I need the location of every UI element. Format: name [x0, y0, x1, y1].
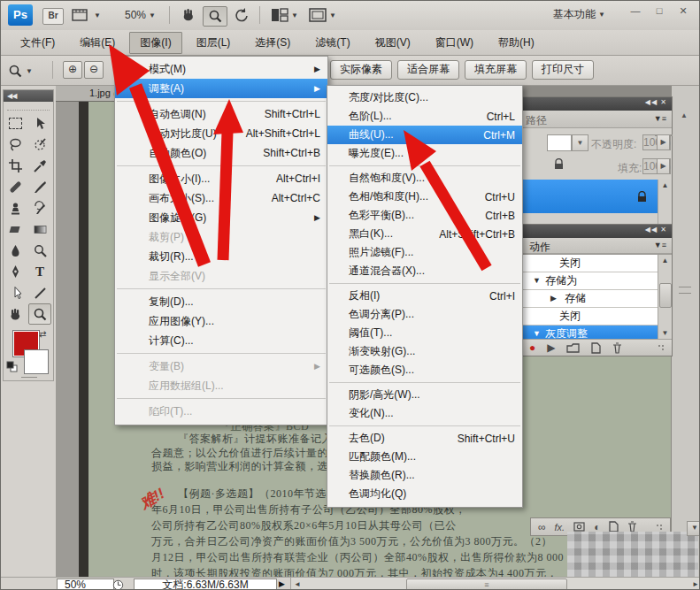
menu-item-exposure[interactable]: 曝光度(E)...	[327, 144, 522, 163]
menu-item-photo-filter[interactable]: 照片滤镜(F)...	[327, 243, 522, 262]
menu-item-duplicate[interactable]: 复制(D)...	[115, 292, 327, 311]
gradient-tool-icon[interactable]	[28, 218, 51, 240]
panel-close-icon[interactable]: ✕	[660, 226, 667, 234]
menu-item-posterize[interactable]: 色调分离(P)...	[327, 305, 522, 324]
menu-item-black-white[interactable]: 黑白(K)...Alt+Shift+Ctrl+B	[327, 225, 522, 243]
status-zoom-field[interactable]: 50%	[57, 579, 114, 590]
marquee-tool-icon[interactable]	[4, 112, 27, 134]
opacity-spinner[interactable]: ▶	[657, 134, 670, 150]
menu-item-mode[interactable]: 模式(M)▶	[115, 59, 327, 79]
hscroll-thumb[interactable]: ≡	[406, 579, 567, 590]
toolbox-collapse-icon[interactable]: ◀◀	[4, 90, 53, 102]
menu-item-levels[interactable]: 色阶(L)...Ctrl+L	[327, 107, 522, 126]
fill-spinner[interactable]: ▶	[657, 158, 670, 174]
brush-tool-icon[interactable]	[28, 176, 51, 197]
default-colors-icon[interactable]	[6, 361, 18, 372]
panel-menu-icon[interactable]: ▼≡	[654, 114, 666, 123]
blend-mode-select[interactable]	[547, 134, 572, 151]
dock-grip-handle[interactable]	[679, 287, 691, 294]
menu-item-auto-color[interactable]: 自动颜色(O)Shift+Ctrl+B	[115, 143, 327, 163]
toolbox-grip[interactable]	[7, 103, 50, 111]
menu-item-channel-mixer[interactable]: 通道混合器(X)...	[327, 262, 522, 280]
layers-scrollbar[interactable]: ▲	[658, 180, 672, 225]
menu-item-replace-color[interactable]: 替换颜色(R)...	[327, 466, 522, 485]
menu-item-selective-color[interactable]: 可选颜色(S)...	[327, 361, 522, 379]
menu-item-reveal-all[interactable]: 显示全部(V)	[115, 266, 327, 286]
zoom-out-toggle[interactable]: ⊖	[84, 61, 104, 79]
new-folder-icon[interactable]	[566, 343, 580, 353]
dock-collapse-icon[interactable]: ▲	[681, 111, 688, 119]
status-expand-icon[interactable]: ▶	[279, 579, 285, 588]
background-color-swatch[interactable]	[25, 350, 48, 373]
clone-stamp-tool-icon[interactable]	[4, 197, 27, 218]
actions-panel-header[interactable]: ◀◀ ✕	[522, 225, 672, 238]
line-tool-icon[interactable]	[28, 282, 51, 303]
scrollbar-thumb[interactable]	[659, 283, 672, 308]
print-size-button[interactable]: 打印尺寸	[532, 60, 594, 80]
workspace-switcher[interactable]: 基本功能 ▼	[553, 7, 605, 22]
menu-item-calculations[interactable]: 计算(C)...	[115, 331, 327, 350]
expander-icon[interactable]: ▶	[550, 290, 557, 307]
scroll-up-icon[interactable]: ▲	[658, 180, 672, 191]
actual-pixels-button[interactable]: 实际像素	[330, 60, 392, 80]
record-icon[interactable]: ●	[529, 341, 535, 354]
menu-image[interactable]: 图像(I)	[129, 32, 181, 54]
menu-item-canvas-size[interactable]: 画布大小(S)...Alt+Ctrl+C	[115, 188, 327, 208]
timing-clock-icon[interactable]	[112, 579, 124, 590]
menu-item-gradient-map[interactable]: 渐变映射(G)...	[327, 342, 522, 361]
menu-item-variations[interactable]: 变化(N)...	[327, 404, 522, 423]
menu-item-desaturate[interactable]: 去色(D)Shift+Ctrl+U	[327, 429, 522, 448]
menu-item-vibrance[interactable]: 自然饱和度(V)...	[327, 169, 522, 188]
menu-item-match-color[interactable]: 匹配颜色(M)...	[327, 448, 522, 466]
zoom-tool-preset-icon[interactable]: ▼	[8, 62, 33, 80]
zoom-in-toggle[interactable]: ⊕	[63, 61, 82, 79]
menu-item-threshold[interactable]: 阈值(T)...	[327, 324, 522, 342]
actions-scrollbar[interactable]: ▲ ▼	[658, 255, 672, 339]
zoom-tool-icon[interactable]	[203, 6, 227, 27]
action-row[interactable]: ▼ 存储为	[522, 272, 672, 290]
close-button[interactable]: ✕	[673, 4, 694, 19]
panel-menu-icon[interactable]: ▼≡	[654, 241, 666, 249]
screen-mode-icon[interactable]: ▼	[309, 6, 336, 24]
panel-resize-grip[interactable]	[658, 344, 665, 351]
menu-item-hue-saturation[interactable]: 色相/饱和度(H)...Ctrl+U	[327, 188, 522, 206]
bridge-button[interactable]: Br	[42, 8, 64, 25]
menu-select[interactable]: 选择(S)	[244, 32, 301, 54]
history-brush-tool-icon[interactable]	[28, 197, 51, 218]
blur-tool-icon[interactable]	[4, 240, 27, 261]
scroll-right-icon[interactable]: ►	[692, 580, 699, 588]
menu-item-variables[interactable]: 变量(B)▶	[115, 356, 327, 376]
menu-view[interactable]: 视图(V)	[365, 32, 421, 54]
play-icon[interactable]: ▶	[547, 341, 555, 354]
link-layers-icon[interactable]: ∞	[538, 521, 546, 533]
swap-colors-icon[interactable]: ⇄	[39, 329, 46, 339]
healing-brush-tool-icon[interactable]	[4, 176, 27, 197]
menu-item-curves[interactable]: 曲线(U)...Ctrl+M	[327, 126, 522, 144]
mini-bridge-icon[interactable]: ▼	[72, 6, 101, 24]
menu-item-apply-data-set[interactable]: 应用数据组(L)...	[115, 376, 327, 395]
menu-item-adjustments[interactable]: 调整(A)▶	[115, 79, 327, 98]
action-row[interactable]: 关闭	[522, 255, 672, 272]
layer-style-fx-icon[interactable]: fx.	[555, 522, 565, 533]
pen-tool-icon[interactable]	[4, 261, 27, 282]
lasso-tool-icon[interactable]	[4, 134, 27, 155]
status-doc-info[interactable]: 文档:6.63M/6.63M	[134, 579, 277, 590]
menu-window[interactable]: 窗口(W)	[425, 32, 484, 54]
minimize-button[interactable]: —	[625, 4, 646, 19]
type-tool-icon[interactable]: T	[28, 261, 51, 282]
menu-item-trim[interactable]: 裁切(R)...	[115, 247, 327, 266]
panel-resize-grip[interactable]	[656, 524, 663, 531]
menu-item-image-rotation[interactable]: 图像旋转(G)▶	[115, 208, 327, 227]
layers-panel-header[interactable]: ◀◀ ✕	[522, 97, 672, 111]
quick-selection-tool-icon[interactable]	[28, 134, 51, 155]
arrange-documents-icon[interactable]: ▼	[271, 6, 298, 24]
menu-edit[interactable]: 编辑(E)	[69, 32, 126, 54]
menu-item-brightness-contrast[interactable]: 亮度/对比度(C)...	[327, 88, 522, 107]
action-row[interactable]: 关闭	[522, 308, 672, 326]
new-action-icon[interactable]	[591, 342, 601, 354]
trash-icon[interactable]	[612, 342, 622, 354]
path-selection-tool-icon[interactable]	[4, 282, 27, 303]
panel-collapse-icon[interactable]: ◀◀	[645, 226, 658, 234]
horizontal-scrollbar[interactable]: ◄ ≡ ►	[290, 578, 700, 590]
panel-close-icon[interactable]: ✕	[660, 98, 667, 106]
